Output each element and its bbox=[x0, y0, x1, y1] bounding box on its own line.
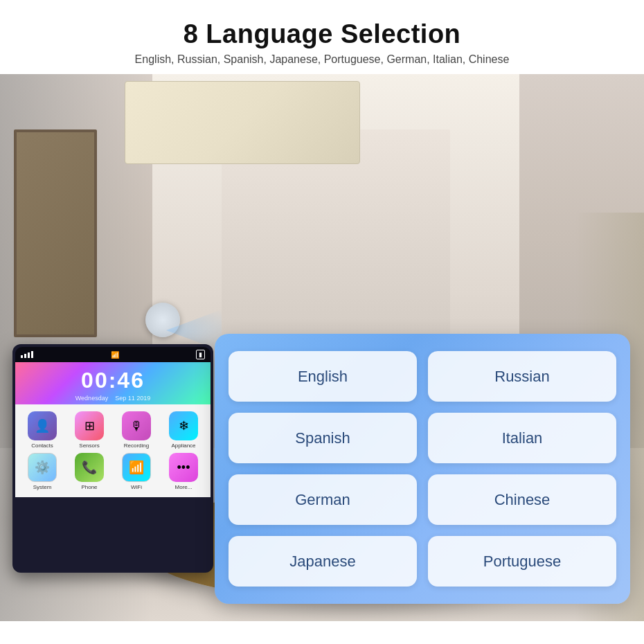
system-icon: ⚙️ bbox=[28, 453, 57, 482]
app-contacts[interactable]: 👤 Contacts bbox=[21, 411, 64, 449]
lang-button-japanese[interactable]: Japanese bbox=[229, 536, 417, 587]
phone-icon: 📞 bbox=[75, 453, 104, 482]
app-appliance[interactable]: ❄ Appliance bbox=[162, 411, 205, 449]
page-subtitle: English, Russian, Spanish, Japanese, Por… bbox=[14, 53, 630, 66]
lang-button-spanish[interactable]: Spanish bbox=[229, 413, 417, 463]
door-frame bbox=[14, 129, 97, 337]
recording-icon: 🎙 bbox=[122, 411, 151, 440]
phone-time-section: 00:46 Wednesday Sep 11 2019 bbox=[15, 362, 211, 404]
page-header: 8 Language Selection English, Russian, S… bbox=[0, 0, 644, 74]
phone-status-bar: 📶 ▮ bbox=[15, 347, 211, 362]
phone-date: Wednesday Sep 11 2019 bbox=[21, 395, 205, 402]
app-sensors[interactable]: ⊞ Sensors bbox=[68, 411, 111, 449]
phone-screen: 📶 ▮ 00:46 Wednesday Sep 11 2019 👤 Contac… bbox=[15, 347, 211, 570]
app-wifi[interactable]: 📶 WiFi bbox=[115, 453, 158, 490]
scene: 📶 ▮ 00:46 Wednesday Sep 11 2019 👤 Contac… bbox=[0, 74, 644, 621]
app-phone[interactable]: 📞 Phone bbox=[68, 453, 111, 490]
lang-button-portuguese[interactable]: Portuguese bbox=[428, 536, 616, 587]
app-grid: 👤 Contacts ⊞ Sensors 🎙 Recording ❄ Appli… bbox=[15, 404, 211, 497]
phone-mockup: 📶 ▮ 00:46 Wednesday Sep 11 2019 👤 Contac… bbox=[12, 344, 213, 573]
more-icon: ••• bbox=[169, 453, 198, 482]
wifi-icon: 📶 bbox=[111, 351, 119, 359]
lang-button-italian[interactable]: Italian bbox=[428, 413, 616, 463]
phone-clock: 00:46 bbox=[21, 368, 205, 393]
app-system[interactable]: ⚙️ System bbox=[21, 453, 64, 490]
app-recording[interactable]: 🎙 Recording bbox=[115, 411, 158, 449]
lang-button-russian[interactable]: Russian bbox=[428, 351, 616, 402]
signal-icon bbox=[21, 351, 33, 358]
battery-icon: ▮ bbox=[196, 350, 205, 359]
lang-button-english[interactable]: English bbox=[229, 351, 417, 402]
appliance-icon: ❄ bbox=[169, 411, 198, 440]
language-selection-panel: English Russian Spanish Italian German C… bbox=[215, 334, 630, 604]
page-title: 8 Language Selection bbox=[14, 19, 630, 49]
lang-button-chinese[interactable]: Chinese bbox=[428, 474, 616, 525]
app-more[interactable]: ••• More... bbox=[162, 453, 205, 490]
contacts-icon: 👤 bbox=[28, 411, 57, 440]
lang-button-german[interactable]: German bbox=[229, 474, 417, 525]
wifi-app-icon: 📶 bbox=[122, 453, 151, 482]
sensors-icon: ⊞ bbox=[75, 411, 104, 440]
ceiling-light-panel bbox=[125, 81, 360, 164]
